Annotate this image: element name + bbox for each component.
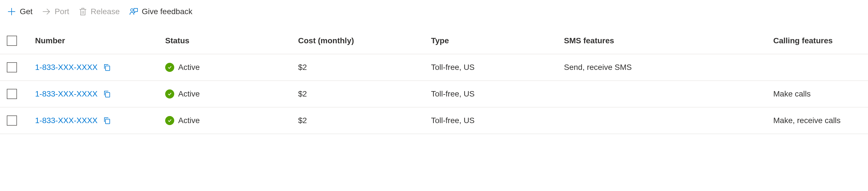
numbers-table: Number Status Cost (monthly) Type SMS fe…	[0, 28, 868, 134]
col-calling[interactable]: Calling features	[773, 36, 861, 45]
status-active-icon	[165, 63, 174, 72]
feedback-label: Give feedback	[142, 7, 192, 16]
row-checkbox[interactable]	[7, 62, 17, 72]
type-text: Toll-free, US	[431, 116, 564, 125]
release-label: Release	[91, 7, 120, 16]
row-checkbox[interactable]	[7, 89, 17, 99]
col-type[interactable]: Type	[431, 36, 564, 45]
sms-text: Send, receive SMS	[564, 63, 773, 72]
copy-icon[interactable]	[103, 63, 111, 72]
table-row: 1-833-XXX-XXXX Active $2 Toll-free, US M…	[0, 81, 868, 107]
calling-text: Make, receive calls	[773, 116, 861, 125]
trash-icon	[79, 7, 87, 16]
table-row: 1-833-XXX-XXXX Active $2 Toll-free, US M…	[0, 107, 868, 134]
status-active-icon	[165, 89, 174, 98]
col-cost[interactable]: Cost (monthly)	[298, 36, 431, 45]
table-row: 1-833-XXX-XXXX Active $2 Toll-free, US S…	[0, 54, 868, 81]
feedback-icon	[129, 7, 138, 17]
calling-text: Make calls	[773, 89, 861, 98]
row-checkbox[interactable]	[7, 116, 17, 126]
port-label: Port	[55, 7, 69, 16]
status-text: Active	[178, 116, 200, 125]
col-sms[interactable]: SMS features	[564, 36, 773, 45]
col-number[interactable]: Number	[35, 36, 165, 45]
port-button[interactable]: Port	[41, 7, 69, 17]
svg-rect-6	[105, 66, 110, 70]
status-text: Active	[178, 89, 200, 98]
number-link[interactable]: 1-833-XXX-XXXX	[35, 116, 98, 125]
type-text: Toll-free, US	[431, 63, 564, 72]
svg-point-5	[131, 9, 133, 11]
feedback-button[interactable]: Give feedback	[129, 7, 192, 17]
select-all-checkbox[interactable]	[7, 36, 17, 46]
plus-icon	[7, 7, 17, 17]
svg-rect-7	[105, 93, 110, 97]
copy-icon[interactable]	[103, 116, 111, 125]
type-text: Toll-free, US	[431, 89, 564, 98]
arrow-right-icon	[41, 7, 51, 17]
status-active-icon	[165, 116, 174, 125]
get-label: Get	[20, 7, 33, 16]
col-status[interactable]: Status	[165, 36, 298, 45]
cost-text: $2	[298, 116, 431, 125]
cost-text: $2	[298, 63, 431, 72]
get-button[interactable]: Get	[7, 7, 33, 17]
cost-text: $2	[298, 89, 431, 98]
table-header: Number Status Cost (monthly) Type SMS fe…	[0, 28, 868, 54]
copy-icon[interactable]	[103, 90, 111, 98]
release-button[interactable]: Release	[79, 7, 120, 16]
svg-rect-8	[105, 119, 110, 124]
number-link[interactable]: 1-833-XXX-XXXX	[35, 89, 98, 98]
status-text: Active	[178, 63, 200, 72]
toolbar: Get Port Release Give feedback	[0, 0, 868, 28]
number-link[interactable]: 1-833-XXX-XXXX	[35, 63, 98, 72]
